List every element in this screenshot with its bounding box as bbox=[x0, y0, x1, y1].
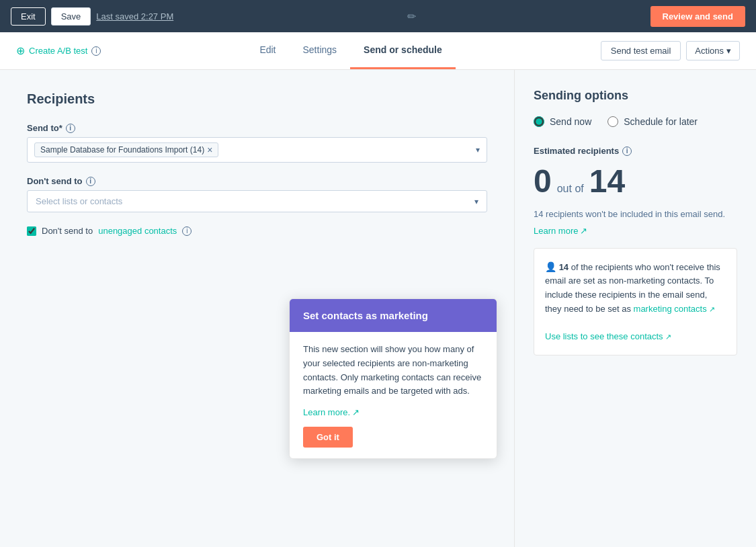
send-to-tag: Sample Database for Foundations Import (… bbox=[34, 142, 218, 157]
checkbox-label-text: Don't send to bbox=[42, 226, 93, 236]
count-total: 14 bbox=[589, 163, 625, 200]
topbar-left: Exit Save Last saved 2:27 PM bbox=[11, 7, 173, 26]
schedule-later-label: Schedule for later bbox=[624, 116, 698, 127]
schedule-later-option[interactable]: Schedule for later bbox=[607, 116, 698, 127]
unengaged-checkbox[interactable] bbox=[27, 226, 36, 236]
send-to-label: Send to* i bbox=[27, 123, 487, 133]
unengaged-info-icon[interactable]: i bbox=[182, 226, 192, 236]
tab-edit[interactable]: Edit bbox=[246, 32, 289, 69]
send-to-input[interactable]: Sample Database for Foundations Import (… bbox=[27, 137, 487, 163]
send-now-radio[interactable] bbox=[534, 116, 544, 127]
subnav-tabs: Edit Settings Send or schedule bbox=[246, 32, 455, 69]
actions-button[interactable]: Actions ▾ bbox=[686, 41, 740, 60]
left-panel: Recipients Send to* i Sample Database fo… bbox=[0, 70, 514, 547]
marketing-contacts-link[interactable]: marketing contacts ↗ bbox=[634, 304, 716, 314]
schedule-later-radio[interactable] bbox=[607, 116, 618, 127]
send-to-info-icon[interactable]: i bbox=[66, 124, 75, 133]
pencil-icon[interactable]: ✏ bbox=[407, 10, 416, 23]
actions-label: Actions bbox=[695, 46, 724, 56]
popup-learn-ext-icon: ↗ bbox=[352, 407, 360, 417]
send-to-dropdown-arrow[interactable]: ▾ bbox=[476, 145, 480, 155]
sending-options-radio-group: Send now Schedule for later bbox=[534, 116, 737, 127]
dont-send-arrow-icon: ▾ bbox=[474, 197, 478, 206]
est-note-text: 14 recipients won't be included in this … bbox=[534, 208, 737, 221]
subnav: ⊕ Create A/B test i Edit Settings Send o… bbox=[0, 32, 756, 70]
popup-body-text: This new section will show you how many … bbox=[303, 343, 483, 398]
dont-send-info-icon[interactable]: i bbox=[86, 177, 95, 186]
learn-more-ext-icon: ↗ bbox=[580, 226, 587, 236]
info-box-count: 14 bbox=[559, 262, 569, 272]
dont-send-placeholder: Select lists or contacts bbox=[36, 196, 122, 206]
sending-options-title: Sending options bbox=[534, 89, 737, 103]
dont-send-to-select[interactable]: Select lists or contacts ▾ bbox=[27, 190, 487, 212]
topbar-right: Review and send bbox=[650, 6, 745, 27]
save-button[interactable]: Save bbox=[51, 7, 91, 26]
use-lists-link[interactable]: Use lists to see these contacts ↗ bbox=[545, 331, 671, 341]
send-now-option[interactable]: Send now bbox=[534, 116, 591, 127]
review-send-button[interactable]: Review and send bbox=[650, 6, 745, 27]
right-panel: Sending options Send now Schedule for la… bbox=[514, 70, 756, 547]
send-to-tag-label: Sample Database for Foundations Import (… bbox=[40, 145, 204, 155]
actions-chevron-icon: ▾ bbox=[726, 46, 731, 56]
est-count-row: 0 out of 14 bbox=[534, 163, 737, 200]
marketing-contacts-ext-icon: ↗ bbox=[709, 305, 715, 313]
out-of-text: out of bbox=[557, 183, 584, 195]
create-ab-test-label: Create A/B test bbox=[29, 46, 87, 56]
main-layout: Recipients Send to* i Sample Database fo… bbox=[0, 70, 756, 547]
send-to-field-group: Send to* i Sample Database for Foundatio… bbox=[27, 123, 487, 163]
last-saved-text[interactable]: Last saved 2:27 PM bbox=[96, 11, 173, 22]
est-recipients-info-icon[interactable]: i bbox=[622, 146, 632, 156]
ab-test-info-icon[interactable]: i bbox=[91, 46, 101, 56]
popup-body: This new section will show you how many … bbox=[290, 332, 497, 458]
count-zero: 0 bbox=[534, 163, 552, 200]
send-now-label: Send now bbox=[550, 116, 591, 127]
send-to-tag-close[interactable]: × bbox=[207, 144, 212, 155]
use-lists-ext-icon: ↗ bbox=[665, 333, 671, 341]
set-contacts-marketing-popup: Set contacts as marketing This new secti… bbox=[289, 298, 497, 459]
estimated-recipients-label: Estimated recipients i bbox=[534, 146, 737, 156]
send-test-email-button[interactable]: Send test email bbox=[601, 41, 681, 60]
dont-send-unengaged-row: Don't send to unengaged contacts i bbox=[27, 226, 487, 236]
tab-settings[interactable]: Settings bbox=[290, 32, 351, 69]
popup-header: Set contacts as marketing bbox=[290, 299, 497, 332]
unengaged-contacts-link[interactable]: unengaged contacts bbox=[98, 226, 177, 236]
non-marketing-info-box: 👤 14 of the recipients who won't receive… bbox=[534, 248, 737, 356]
info-box-text: 👤 14 of the recipients who won't receive… bbox=[545, 259, 726, 345]
info-box-person-icon: 👤 bbox=[545, 261, 556, 272]
dont-send-to-label: Don't send to i bbox=[27, 176, 487, 186]
dont-send-to-field-group: Don't send to i Select lists or contacts… bbox=[27, 176, 487, 212]
recipients-title: Recipients bbox=[27, 91, 487, 107]
subnav-right: Send test email Actions ▾ bbox=[601, 41, 740, 60]
create-ab-test-link[interactable]: ⊕ Create A/B test i bbox=[16, 44, 101, 57]
learn-more-link[interactable]: Learn more ↗ bbox=[534, 226, 587, 236]
topbar: Exit Save Last saved 2:27 PM ✏ Review an… bbox=[0, 0, 756, 32]
popup-learn-more-link[interactable]: Learn more. ↗ bbox=[303, 407, 360, 417]
tab-send-or-schedule[interactable]: Send or schedule bbox=[350, 32, 456, 69]
got-it-button[interactable]: Got it bbox=[303, 427, 353, 448]
exit-button[interactable]: Exit bbox=[11, 7, 46, 26]
